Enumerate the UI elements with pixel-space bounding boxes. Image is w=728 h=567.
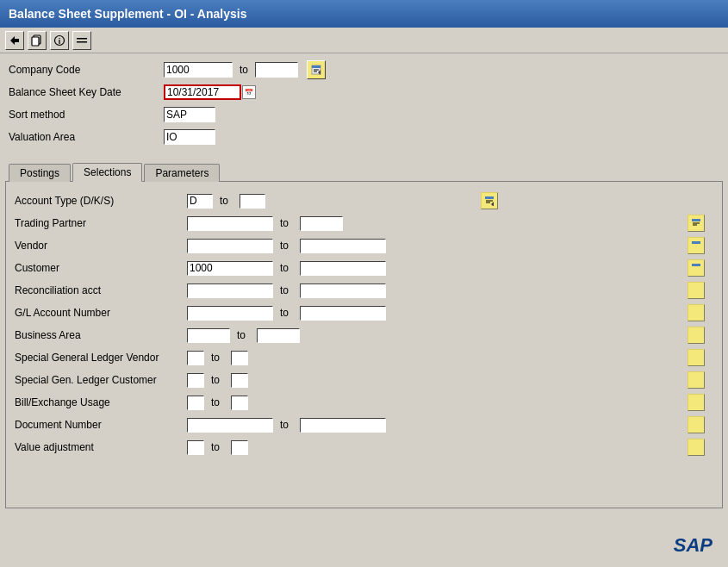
gl-account-to[interactable] xyxy=(300,306,386,321)
calendar-icon[interactable]: 📅 xyxy=(242,85,256,99)
to-business-area: to xyxy=(237,329,250,341)
copy-button[interactable] xyxy=(28,31,47,50)
value-adjustment-to[interactable] xyxy=(231,440,248,455)
bill-exchange-picker[interactable] xyxy=(688,394,705,411)
menu-button[interactable] xyxy=(72,31,91,50)
sort-method-input[interactable] xyxy=(164,107,215,122)
company-code-input[interactable] xyxy=(164,62,233,78)
svg-rect-25 xyxy=(691,285,701,296)
to-label-company: to xyxy=(240,64,248,76)
to-customer: to xyxy=(280,262,293,274)
field-row-business-area: Business Area to xyxy=(15,327,713,344)
reconciliation-from[interactable] xyxy=(187,284,273,298)
to-vendor: to xyxy=(280,240,293,252)
gl-account-from[interactable] xyxy=(187,306,273,321)
tab-parameters[interactable]: Parameters xyxy=(144,164,220,182)
customer-to[interactable] xyxy=(300,261,386,276)
svg-rect-30 xyxy=(691,397,701,408)
sgl-vendor-from[interactable] xyxy=(187,351,204,365)
svg-rect-6 xyxy=(77,41,87,43)
sgl-vendor-label: Special General Ledger Vendor xyxy=(15,352,187,364)
field-row-reconciliation: Reconciliation acct to xyxy=(15,282,713,299)
company-code-label: Company Code xyxy=(9,64,164,76)
to-trading-partner: to xyxy=(280,217,293,229)
toolbar: i xyxy=(0,28,728,53)
svg-rect-28 xyxy=(691,352,701,363)
vendor-from[interactable] xyxy=(187,239,273,253)
back-button[interactable] xyxy=(5,31,24,50)
sgl-vendor-picker[interactable] xyxy=(688,349,705,366)
field-row-gl-account: G/L Account Number to xyxy=(15,304,713,321)
balance-sheet-label: Balance Sheet Key Date xyxy=(9,86,164,98)
svg-text:i: i xyxy=(59,37,61,46)
trading-partner-from[interactable] xyxy=(187,216,273,231)
svg-rect-8 xyxy=(312,65,320,68)
field-row-vendor: Vendor to xyxy=(15,237,713,254)
field-row-sgl-customer: Special Gen. Ledger Customer to xyxy=(15,371,713,389)
account-type-picker[interactable] xyxy=(481,192,498,209)
business-area-from[interactable] xyxy=(187,328,230,343)
trading-partner-label: Trading Partner xyxy=(15,217,187,229)
svg-rect-32 xyxy=(691,442,701,452)
field-row-customer: Customer to xyxy=(15,259,713,277)
tab-postings[interactable]: Postings xyxy=(9,164,71,182)
bill-exchange-to[interactable] xyxy=(231,396,248,410)
to-gl-account: to xyxy=(280,307,293,319)
gl-account-label: G/L Account Number xyxy=(15,307,187,319)
to-reconciliation: to xyxy=(280,284,293,296)
valuation-area-input[interactable] xyxy=(164,129,215,145)
value-adjustment-from[interactable] xyxy=(187,440,204,455)
document-number-to[interactable] xyxy=(300,418,386,433)
gl-account-picker[interactable] xyxy=(688,304,705,321)
svg-rect-24 xyxy=(692,264,700,266)
svg-rect-31 xyxy=(691,420,701,430)
reconciliation-picker[interactable] xyxy=(688,282,705,299)
document-number-from[interactable] xyxy=(187,418,273,433)
info-button[interactable]: i xyxy=(50,31,69,50)
tab-selections[interactable]: Selections xyxy=(72,163,142,182)
svg-rect-18 xyxy=(692,219,700,221)
bill-exchange-label: Bill/Exchange Usage xyxy=(15,396,187,408)
sgl-customer-to[interactable] xyxy=(231,373,248,388)
to-account-type: to xyxy=(220,195,233,207)
business-area-to[interactable] xyxy=(257,328,300,343)
svg-marker-0 xyxy=(10,36,19,45)
trading-partner-to[interactable] xyxy=(300,216,343,231)
sgl-vendor-to[interactable] xyxy=(231,351,248,365)
sgl-customer-from[interactable] xyxy=(187,373,204,388)
bill-exchange-from[interactable] xyxy=(187,396,204,410)
app-title: Balance Sheet Supplement - OI - Analysis xyxy=(9,7,246,21)
to-value-adjustment: to xyxy=(211,441,224,453)
sgl-customer-picker[interactable] xyxy=(688,371,705,389)
svg-rect-29 xyxy=(691,375,701,385)
to-document-number: to xyxy=(280,419,293,431)
sort-method-label: Sort method xyxy=(9,109,164,121)
company-code-picker[interactable] xyxy=(307,60,326,79)
company-code-to-input[interactable] xyxy=(255,62,298,78)
reconciliation-label: Reconciliation acct xyxy=(15,284,187,296)
account-type-from[interactable] xyxy=(187,194,213,209)
to-sgl-customer: to xyxy=(211,374,224,386)
field-row-trading-partner: Trading Partner to xyxy=(15,215,713,232)
vendor-picker[interactable] xyxy=(688,237,705,254)
sgl-customer-label: Special Gen. Ledger Customer xyxy=(15,374,187,386)
document-number-picker[interactable] xyxy=(688,416,705,433)
business-area-picker[interactable] xyxy=(688,327,705,344)
customer-label: Customer xyxy=(15,262,187,274)
vendor-to[interactable] xyxy=(300,239,386,253)
field-row-account-type: Account Type (D/K/S) to xyxy=(15,192,713,209)
customer-from[interactable] xyxy=(187,261,273,276)
value-adjustment-picker[interactable] xyxy=(688,439,705,456)
account-type-to[interactable] xyxy=(240,194,265,209)
svg-rect-13 xyxy=(485,196,494,199)
reconciliation-to[interactable] xyxy=(300,284,386,298)
balance-sheet-input[interactable] xyxy=(164,84,241,100)
svg-rect-5 xyxy=(77,38,87,40)
customer-picker[interactable] xyxy=(688,259,705,277)
field-row-sgl-vendor: Special General Ledger Vendor to xyxy=(15,349,713,366)
business-area-label: Business Area xyxy=(15,329,187,341)
value-adjustment-label: Value adjustment xyxy=(15,441,187,453)
svg-rect-27 xyxy=(691,330,701,340)
trading-partner-picker[interactable] xyxy=(688,215,705,232)
tab-content: Account Type (D/K/S) to Trading Partner … xyxy=(5,181,723,508)
